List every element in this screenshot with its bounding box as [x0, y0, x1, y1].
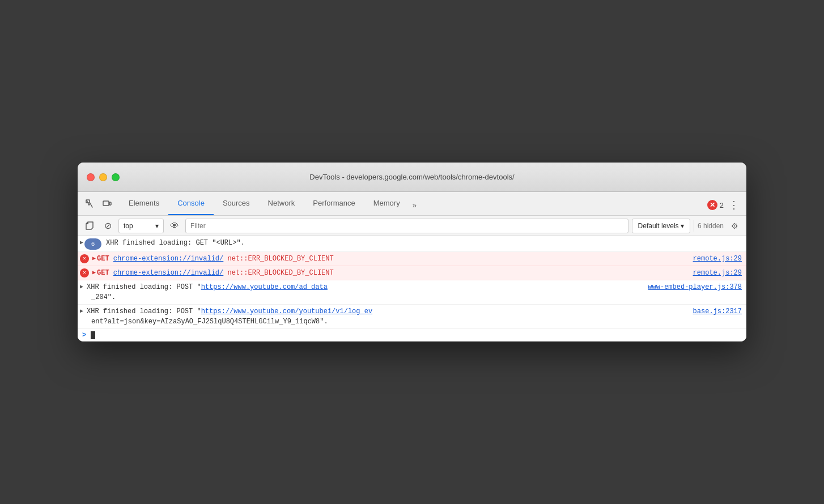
expand-icon-4[interactable]: ▶: [80, 282, 83, 292]
toolbar-separator: [694, 220, 694, 232]
log-entry-2: ✕ ▶ GET chrome-extension://invalid/ net:…: [78, 252, 746, 266]
console-prompt[interactable]: >: [78, 329, 746, 341]
log-entry-4: ▶ XHR finished loading: POST "https://ww…: [78, 280, 746, 305]
log-source-2[interactable]: remote.js:29: [684, 254, 742, 264]
log-levels-button[interactable]: Default levels ▾: [632, 219, 690, 233]
inspect-element-button[interactable]: [82, 196, 98, 212]
log-text-5: XHR finished loading: POST "https://www.…: [87, 306, 679, 317]
error-url-3[interactable]: chrome-extension://invalid/: [113, 269, 223, 277]
error-count: 2: [720, 201, 724, 210]
error-url-2[interactable]: chrome-extension://invalid/: [113, 255, 223, 263]
prompt-arrow: >: [82, 331, 86, 339]
context-selector[interactable]: top ▾: [118, 219, 164, 233]
icon-group: [82, 196, 115, 215]
tab-network[interactable]: Network: [259, 191, 304, 215]
tab-console[interactable]: Console: [168, 191, 214, 215]
error-badge[interactable]: ✕ 2: [707, 200, 724, 210]
console-log-area: ▶ 6 XHR finished loading: GET "<URL>". ✕…: [78, 236, 746, 341]
tab-right-controls: ✕ 2 ⋮: [707, 197, 742, 215]
log-entry-3: ✕ ▶ GET chrome-extension://invalid/ net:…: [78, 266, 746, 280]
error-icon: ✕: [707, 200, 717, 210]
expand-icon-1[interactable]: ▶: [80, 238, 83, 248]
tabs-bar: Elements Console Sources Network Perform…: [78, 192, 746, 216]
log-source-5[interactable]: base.js:2317: [684, 306, 742, 317]
error-icon-3: ✕: [80, 268, 89, 277]
close-button[interactable]: [87, 173, 95, 181]
svg-rect-2: [109, 202, 111, 205]
traffic-lights: [87, 173, 120, 181]
filter-input[interactable]: [185, 219, 628, 233]
window-title: DevTools - developers.google.com/web/too…: [309, 173, 514, 181]
more-options-button[interactable]: ⋮: [726, 197, 742, 213]
expand-icon-2[interactable]: ▶: [92, 254, 96, 264]
tab-elements[interactable]: Elements: [120, 191, 168, 215]
block-requests-button[interactable]: ⊘: [100, 219, 115, 233]
expand-icon-3[interactable]: ▶: [92, 268, 96, 278]
clear-console-button[interactable]: [82, 219, 97, 233]
error-icon-2: ✕: [80, 254, 89, 263]
devtools-body: Elements Console Sources Network Perform…: [78, 192, 746, 341]
tab-memory[interactable]: Memory: [364, 191, 409, 215]
device-toolbar-button[interactable]: [99, 196, 115, 212]
log-text-5-cont: ent?alt=json&key=AIzaSyAO_FJ2SlqU8Q4STEH…: [80, 317, 742, 327]
tab-sources[interactable]: Sources: [214, 191, 259, 215]
log-entry-5: ▶ XHR finished loading: POST "https://ww…: [78, 305, 746, 329]
svg-rect-1: [103, 201, 109, 206]
log-source-3[interactable]: remote.js:29: [684, 268, 742, 278]
svg-rect-0: [86, 200, 90, 203]
log-entry-1: ▶ 6 XHR finished loading: GET "<URL>".: [78, 236, 746, 252]
tab-performance[interactable]: Performance: [304, 191, 364, 215]
log-text-2: GET chrome-extension://invalid/ net::ERR…: [97, 254, 334, 264]
minimize-button[interactable]: [99, 173, 107, 181]
console-toolbar: ⊘ top ▾ 👁 Default levels ▾ 6 hidden ⚙: [78, 216, 746, 236]
devtools-window: DevTools - developers.google.com/web/too…: [78, 163, 746, 341]
log-text-3: GET chrome-extension://invalid/ net::ERR…: [97, 268, 334, 278]
more-tabs-button[interactable]: »: [409, 197, 420, 215]
xhr-url-5[interactable]: https://www.youtube.com/youtubei/v1/log_…: [201, 307, 372, 315]
live-expressions-button[interactable]: 👁: [167, 219, 182, 233]
hidden-count: 6 hidden: [698, 222, 724, 230]
svg-marker-3: [86, 222, 93, 229]
expand-icon-5[interactable]: ▶: [80, 306, 83, 317]
log-text-4-cont: _204".: [80, 292, 742, 302]
maximize-button[interactable]: [112, 173, 120, 181]
console-settings-button[interactable]: ⚙: [727, 219, 742, 233]
log-source-4[interactable]: www-embed-player.js:378: [639, 282, 742, 292]
context-dropdown-icon: ▾: [155, 222, 159, 230]
cursor: [91, 331, 95, 339]
titlebar: DevTools - developers.google.com/web/too…: [78, 163, 746, 192]
log-text-4: XHR finished loading: POST "https://www.…: [87, 282, 634, 292]
log-badge-1: 6: [84, 238, 101, 250]
xhr-url-4[interactable]: https://www.youtube.com/ad_data: [201, 283, 328, 291]
log-text-1: XHR finished loading: GET "<URL>".: [106, 238, 742, 248]
